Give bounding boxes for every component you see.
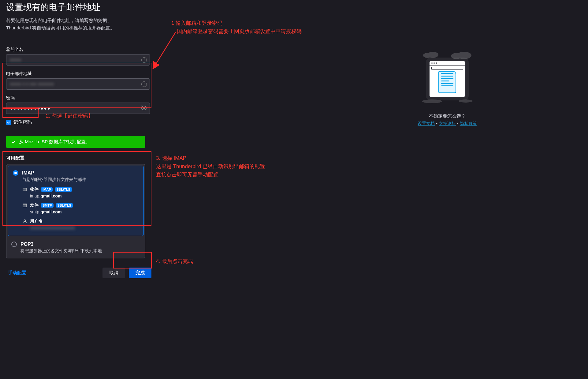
outgoing-label: 发件 (30, 203, 39, 208)
incoming-icon (22, 187, 28, 192)
remember-password-label: 记住密码 (13, 119, 32, 125)
fullname-value-blur: xxxxx (10, 57, 21, 62)
ssl-tag: SSL/TLS (55, 187, 72, 192)
svg-point-15 (459, 99, 473, 103)
fullname-label: 您的全名 (6, 47, 150, 52)
smtp-tag: SMTP (41, 203, 54, 208)
privacy-policy-link[interactable]: 隐私政策 (460, 121, 477, 126)
password-label: 密码 (6, 95, 150, 101)
config-option-pop3[interactable]: POP3 将您服务器上的各文件夹与邮件下载到本地 (6, 237, 145, 258)
info-icon[interactable]: i (141, 57, 147, 63)
outgoing-host: smtp.gmail.com (30, 209, 139, 214)
svg-point-14 (422, 99, 442, 103)
help-prompt: 不确定要怎么选？ (404, 113, 490, 119)
annotation-text-4: 4. 最后点击完成 (156, 257, 193, 265)
username-value: xxxxxxxxxxxxxxxxxxxxx (30, 225, 139, 230)
svg-point-8 (24, 220, 25, 221)
info-icon[interactable]: i (141, 81, 147, 87)
manual-config-link[interactable]: 手动配置 (8, 270, 26, 276)
svg-rect-2 (23, 188, 27, 189)
username-label: 用户名 (30, 219, 43, 224)
cancel-button[interactable]: 取消 (102, 268, 125, 278)
annotation-text-1: 1.输入邮箱和登录密码 国内邮箱登录密码需要上网页版邮箱设置中申请授权码 (171, 19, 302, 36)
annotation-text-3: 3. 选择 IMAP 这里是 Thunderbird 已经自动识别出邮箱的配置 … (156, 154, 265, 179)
imap-title: IMAP (22, 170, 34, 176)
svg-point-11 (427, 52, 438, 58)
pop3-title: POP3 (20, 242, 34, 247)
annotation-text-2: 2. 勾选【记住密码】 (46, 112, 93, 120)
email-value-blur: xxxxx x x xxx xxxxxxx (10, 81, 54, 86)
setup-docs-link[interactable]: 设置文档 (418, 121, 435, 126)
svg-rect-5 (23, 204, 27, 205)
imap-radio[interactable] (13, 170, 18, 176)
svg-rect-3 (23, 189, 27, 190)
fullname-input[interactable] (6, 54, 150, 66)
config-found-banner: 从 Mozilla ISP 数据库中找到配置。 (6, 136, 145, 148)
svg-rect-6 (23, 205, 27, 206)
done-button[interactable]: 完成 (129, 268, 151, 278)
user-icon (22, 219, 28, 224)
help-links: 设置文档-支持论坛-隐私政策 (404, 121, 490, 126)
config-option-imap[interactable]: IMAP 与您的服务器同步各文件夹与邮件 收件 IMAP SSL/TLS ima… (8, 166, 144, 236)
imap-tag: IMAP (41, 187, 53, 192)
document-icon (438, 71, 456, 93)
imap-desc: 与您的服务器同步各文件夹与邮件 (22, 177, 139, 182)
email-label: 电子邮件地址 (6, 71, 150, 77)
page-title: 设置现有的电子邮件地址 (6, 2, 582, 13)
svg-rect-7 (23, 206, 27, 207)
ssl-tag: SSL/TLS (56, 203, 73, 208)
svg-point-13 (457, 52, 471, 59)
help-panel: 不确定要怎么选？ 设置文档-支持论坛-隐私政策 (404, 51, 490, 126)
check-icon (11, 140, 16, 144)
pop3-radio[interactable] (11, 242, 17, 247)
svg-rect-4 (23, 190, 27, 191)
outgoing-icon (22, 203, 28, 208)
pop3-desc: 将您服务器上的各文件夹与邮件下载到本地 (20, 248, 140, 254)
incoming-host: imap.gmail.com (30, 193, 139, 198)
support-forum-link[interactable]: 支持论坛 (439, 121, 456, 126)
remember-password-checkbox[interactable] (6, 120, 11, 125)
browser-illustration (429, 61, 466, 97)
show-password-icon[interactable] (141, 105, 147, 112)
available-config-label: 可用配置 (6, 155, 150, 161)
incoming-label: 收件 (30, 187, 39, 192)
config-options: IMAP 与您的服务器同步各文件夹与邮件 收件 IMAP SSL/TLS ima… (6, 164, 145, 258)
